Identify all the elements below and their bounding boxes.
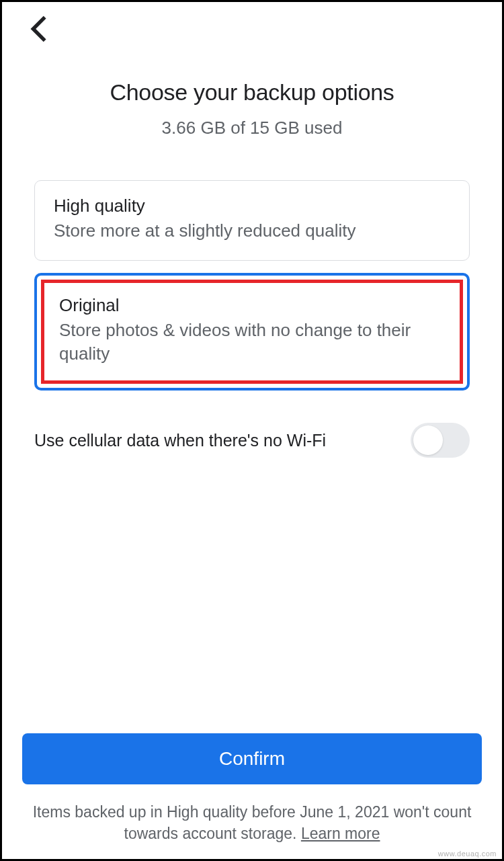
option-high-quality[interactable]: High quality Store more at a slightly re… [34, 180, 470, 261]
page-title: Choose your backup options [29, 79, 475, 106]
option-title: Original [59, 295, 445, 316]
storage-usage: 3.66 GB of 15 GB used [29, 118, 475, 138]
option-title: High quality [54, 196, 450, 216]
toggle-knob [413, 425, 443, 455]
back-button[interactable] [26, 15, 52, 42]
chevron-left-icon [30, 15, 48, 42]
cellular-data-label: Use cellular data when there's no Wi-Fi [34, 431, 326, 450]
watermark: www.deuaq.com [438, 850, 497, 858]
option-desc: Store more at a slightly reduced quality [54, 219, 450, 243]
confirm-button[interactable]: Confirm [22, 733, 482, 784]
footer-text: Items backed up in High quality before J… [33, 803, 472, 842]
learn-more-link[interactable]: Learn more [301, 825, 380, 842]
option-original[interactable]: Original Store photos & videos with no c… [34, 273, 470, 391]
footer-disclaimer: Items backed up in High quality before J… [2, 784, 502, 859]
cellular-data-toggle[interactable] [411, 423, 470, 458]
option-desc: Store photos & videos with no change to … [59, 319, 445, 366]
